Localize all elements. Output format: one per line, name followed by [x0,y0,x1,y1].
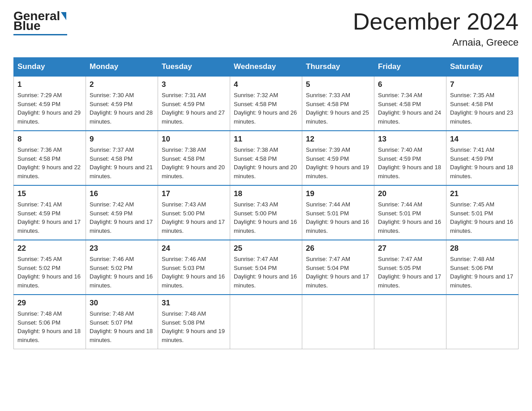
logo-triangle-icon [61,12,66,20]
day-number: 2 [90,80,154,89]
day-number: 20 [378,189,442,198]
week-row-1: 1 Sunrise: 7:29 AM Sunset: 4:59 PM Dayli… [14,76,519,131]
day-number: 16 [90,189,154,198]
table-cell: 18 Sunrise: 7:43 AM Sunset: 5:00 PM Dayl… [230,185,302,240]
day-number: 3 [162,80,226,89]
table-cell: 31 Sunrise: 7:48 AM Sunset: 5:08 PM Dayl… [158,295,230,349]
day-number: 11 [234,135,298,144]
table-cell [302,295,374,349]
table-cell: 23 Sunrise: 7:46 AM Sunset: 5:02 PM Dayl… [86,240,158,295]
day-info: Sunrise: 7:40 AM Sunset: 4:59 PM Dayligh… [378,146,442,180]
table-cell: 17 Sunrise: 7:43 AM Sunset: 5:00 PM Dayl… [158,185,230,240]
day-info: Sunrise: 7:35 AM Sunset: 4:58 PM Dayligh… [450,91,515,126]
table-cell: 14 Sunrise: 7:41 AM Sunset: 4:59 PM Dayl… [446,131,519,185]
table-cell: 9 Sunrise: 7:37 AM Sunset: 4:58 PM Dayli… [86,131,158,185]
table-cell: 13 Sunrise: 7:40 AM Sunset: 4:59 PM Dayl… [374,131,446,185]
col-header-thursday: Thursday [302,58,374,77]
day-info: Sunrise: 7:38 AM Sunset: 4:58 PM Dayligh… [162,146,226,180]
week-row-3: 15 Sunrise: 7:41 AM Sunset: 4:59 PM Dayl… [14,185,519,240]
day-number: 29 [17,299,82,308]
day-info: Sunrise: 7:45 AM Sunset: 5:02 PM Dayligh… [17,255,82,290]
page-header: General Blue December 2024 Arnaia, Greec… [13,9,519,48]
week-row-4: 22 Sunrise: 7:45 AM Sunset: 5:02 PM Dayl… [14,240,519,295]
day-number: 26 [306,244,370,253]
day-number: 24 [162,244,226,253]
col-header-monday: Monday [86,58,158,77]
day-number: 14 [450,135,515,144]
day-number: 23 [90,244,154,253]
table-cell: 1 Sunrise: 7:29 AM Sunset: 4:59 PM Dayli… [14,76,86,131]
day-number: 10 [162,135,226,144]
col-header-tuesday: Tuesday [158,58,230,77]
day-number: 22 [17,244,82,253]
day-number: 19 [306,189,370,198]
table-cell: 16 Sunrise: 7:42 AM Sunset: 4:59 PM Dayl… [86,185,158,240]
table-cell: 3 Sunrise: 7:31 AM Sunset: 4:59 PM Dayli… [158,76,230,131]
day-info: Sunrise: 7:47 AM Sunset: 5:05 PM Dayligh… [378,255,442,290]
table-cell: 30 Sunrise: 7:48 AM Sunset: 5:07 PM Dayl… [86,295,158,349]
col-header-friday: Friday [374,58,446,77]
day-info: Sunrise: 7:43 AM Sunset: 5:00 PM Dayligh… [162,200,226,235]
day-info: Sunrise: 7:48 AM Sunset: 5:06 PM Dayligh… [450,255,515,290]
day-number: 27 [378,244,442,253]
day-info: Sunrise: 7:43 AM Sunset: 5:00 PM Dayligh… [234,200,298,235]
day-number: 7 [450,80,515,89]
day-info: Sunrise: 7:48 AM Sunset: 5:07 PM Dayligh… [90,309,154,344]
day-number: 21 [450,189,515,198]
table-cell: 4 Sunrise: 7:32 AM Sunset: 4:58 PM Dayli… [230,76,302,131]
day-number: 28 [450,244,515,253]
table-cell: 27 Sunrise: 7:47 AM Sunset: 5:05 PM Dayl… [374,240,446,295]
table-cell: 7 Sunrise: 7:35 AM Sunset: 4:58 PM Dayli… [446,76,519,131]
location-title: Arnaia, Greece [353,37,519,48]
day-info: Sunrise: 7:31 AM Sunset: 4:59 PM Dayligh… [162,91,226,126]
day-info: Sunrise: 7:34 AM Sunset: 4:58 PM Dayligh… [378,91,442,126]
logo: General Blue [13,9,67,35]
day-number: 12 [306,135,370,144]
logo-blue-text: Blue [13,19,41,33]
day-info: Sunrise: 7:48 AM Sunset: 5:08 PM Dayligh… [162,309,226,344]
day-number: 30 [90,299,154,308]
day-info: Sunrise: 7:36 AM Sunset: 4:58 PM Dayligh… [17,146,82,180]
day-info: Sunrise: 7:46 AM Sunset: 5:02 PM Dayligh… [90,255,154,290]
table-cell: 20 Sunrise: 7:44 AM Sunset: 5:01 PM Dayl… [374,185,446,240]
table-cell: 21 Sunrise: 7:45 AM Sunset: 5:01 PM Dayl… [446,185,519,240]
day-number: 6 [378,80,442,89]
calendar-table: Sunday Monday Tuesday Wednesday Thursday… [13,57,519,349]
table-cell: 22 Sunrise: 7:45 AM Sunset: 5:02 PM Dayl… [14,240,86,295]
month-title: December 2024 [353,9,519,34]
day-info: Sunrise: 7:42 AM Sunset: 4:59 PM Dayligh… [90,200,154,235]
table-cell: 25 Sunrise: 7:47 AM Sunset: 5:04 PM Dayl… [230,240,302,295]
day-number: 17 [162,189,226,198]
day-info: Sunrise: 7:33 AM Sunset: 4:58 PM Dayligh… [306,91,370,126]
day-info: Sunrise: 7:29 AM Sunset: 4:59 PM Dayligh… [17,91,82,126]
day-number: 31 [162,299,226,308]
table-cell: 24 Sunrise: 7:46 AM Sunset: 5:03 PM Dayl… [158,240,230,295]
table-cell: 2 Sunrise: 7:30 AM Sunset: 4:59 PM Dayli… [86,76,158,131]
day-info: Sunrise: 7:32 AM Sunset: 4:58 PM Dayligh… [234,91,298,126]
header-row: Sunday Monday Tuesday Wednesday Thursday… [14,58,519,77]
day-info: Sunrise: 7:48 AM Sunset: 5:06 PM Dayligh… [17,309,82,344]
day-number: 25 [234,244,298,253]
table-cell: 11 Sunrise: 7:38 AM Sunset: 4:58 PM Dayl… [230,131,302,185]
day-number: 15 [17,189,82,198]
day-info: Sunrise: 7:38 AM Sunset: 4:58 PM Dayligh… [234,146,298,180]
col-header-saturday: Saturday [446,58,519,77]
table-cell: 5 Sunrise: 7:33 AM Sunset: 4:58 PM Dayli… [302,76,374,131]
day-info: Sunrise: 7:41 AM Sunset: 4:59 PM Dayligh… [450,146,515,180]
day-info: Sunrise: 7:30 AM Sunset: 4:59 PM Dayligh… [90,91,154,126]
day-number: 5 [306,80,370,89]
table-cell: 26 Sunrise: 7:47 AM Sunset: 5:04 PM Dayl… [302,240,374,295]
table-cell: 29 Sunrise: 7:48 AM Sunset: 5:06 PM Dayl… [14,295,86,349]
table-cell [230,295,302,349]
day-number: 4 [234,80,298,89]
title-area: December 2024 Arnaia, Greece [353,9,519,48]
table-cell: 10 Sunrise: 7:38 AM Sunset: 4:58 PM Dayl… [158,131,230,185]
col-header-wednesday: Wednesday [230,58,302,77]
table-cell [374,295,446,349]
day-number: 18 [234,189,298,198]
day-number: 1 [17,80,82,89]
day-info: Sunrise: 7:37 AM Sunset: 4:58 PM Dayligh… [90,146,154,180]
table-cell: 6 Sunrise: 7:34 AM Sunset: 4:58 PM Dayli… [374,76,446,131]
day-info: Sunrise: 7:39 AM Sunset: 4:59 PM Dayligh… [306,146,370,180]
table-cell: 28 Sunrise: 7:48 AM Sunset: 5:06 PM Dayl… [446,240,519,295]
